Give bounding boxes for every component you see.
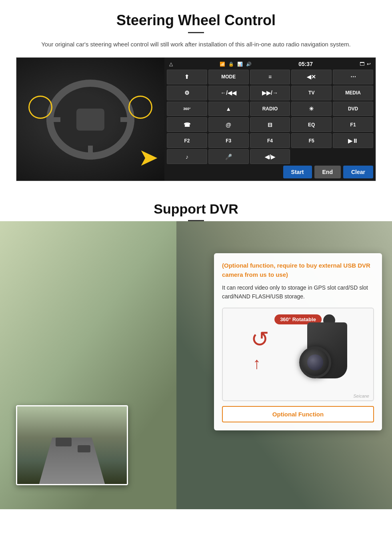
radio-btn-next[interactable]: ▶▶/→ — [250, 86, 290, 100]
radio-status-bar: △ 📶 🔒 📊 🔊 05:37 🗖 ↩ — [167, 60, 373, 68]
radio-btn-volswitch[interactable]: ◀/▶ — [250, 149, 290, 164]
sw-highlight-circle-left — [28, 96, 52, 119]
radio-ui-panel: △ 📶 🔒 📊 🔊 05:37 🗖 ↩ ⬆ MODE ≡ — [164, 58, 376, 181]
end-button[interactable]: End — [314, 166, 341, 178]
status-right-icons: 🗖 ↩ — [360, 61, 371, 67]
radio-btn-f2[interactable]: F2 — [167, 133, 207, 148]
window-icon: 🗖 — [360, 61, 364, 67]
back-icon: ↩ — [367, 61, 371, 67]
camera-lens-inner — [307, 354, 323, 370]
home-icon: △ — [169, 61, 173, 67]
optional-function-button[interactable]: Optional Function — [222, 406, 374, 422]
support-dvr-section: Support DVR (Optional function, require … — [0, 189, 392, 509]
radio-btn-f3[interactable]: F3 — [208, 133, 249, 148]
sw-wheel-center — [76, 109, 104, 131]
radio-btn-menu[interactable]: ≡ — [250, 70, 290, 84]
radio-action-buttons: Start End Clear — [167, 166, 373, 178]
radio-btn-eq[interactable]: EQ — [291, 117, 332, 132]
section1-divider — [188, 32, 204, 33]
camera-display-box: 360° Rotatable ↻ ↑ Seicane — [222, 308, 374, 401]
radio-btn-f5[interactable]: F5 — [291, 133, 332, 148]
wifi-icon: 📶 — [220, 62, 225, 67]
radio-btn-settings[interactable]: ⚙ — [167, 86, 207, 100]
sw-spoke-bottom — [88, 146, 93, 160]
camera-visual: ↻ ↑ — [229, 314, 367, 394]
lock-icon: 🔒 — [228, 62, 234, 67]
radio-btn-eject[interactable]: ▲ — [208, 102, 249, 116]
sw-spoke-right — [120, 117, 134, 122]
section1-description: Your original car's steering wheel contr… — [32, 40, 360, 49]
radio-btn-mute[interactable]: ◀✕ — [291, 70, 332, 84]
camera-lens — [299, 346, 331, 378]
status-center-icons: 📶 🔒 📊 🔊 — [220, 62, 252, 67]
radio-btn-f4[interactable]: F4 — [250, 133, 290, 148]
steering-wheel-image: ➤ — [16, 58, 164, 181]
radio-btn-phone[interactable]: ☎ — [167, 117, 207, 132]
dvr-info-card: (Optional function, require to buy exter… — [214, 253, 382, 430]
signal-icon: 📊 — [237, 62, 243, 67]
radio-btn-apps[interactable]: ⋯ — [333, 70, 373, 84]
volume-icon: 🔊 — [246, 62, 252, 67]
radio-button-grid: ⬆ MODE ≡ ◀✕ ⋯ ⚙ ←/◀◀ ▶▶/→ TV MEDIA 360° … — [167, 70, 373, 164]
radio-btn-radio[interactable]: RADIO — [250, 102, 290, 116]
sw-arrow-icon: ➤ — [138, 146, 158, 170]
radio-btn-prev[interactable]: ←/◀◀ — [208, 86, 249, 100]
radio-btn-360[interactable]: 360° — [167, 102, 207, 116]
sw-spoke-left — [46, 117, 60, 122]
radio-btn-music[interactable]: ♪ — [167, 149, 207, 164]
radio-btn-web[interactable]: @ — [208, 117, 249, 132]
thumb-road — [39, 438, 105, 484]
dvr-thumbnail — [16, 405, 128, 485]
radio-btn-media[interactable]: MEDIA — [333, 86, 373, 100]
radio-btn-brightness[interactable]: ☀ — [291, 102, 332, 116]
radio-btn-tv[interactable]: TV — [291, 86, 332, 100]
clear-button[interactable]: Clear — [343, 166, 373, 178]
sw-wheel — [42, 76, 138, 164]
section1-title: Steering Wheel Control — [16, 12, 376, 29]
section2-title: Support DVR — [0, 201, 392, 217]
radio-btn-playpause[interactable]: ▶⏸ — [333, 133, 373, 148]
start-button[interactable]: Start — [283, 166, 312, 178]
dvr-description: It can record video only to storage in G… — [222, 283, 374, 301]
radio-btn-mic[interactable]: 🎤 — [208, 149, 249, 164]
radio-btn-mode[interactable]: MODE — [208, 70, 249, 84]
rotation-arrow-down: ↑ — [253, 354, 261, 372]
radio-btn-screen[interactable]: ⊟ — [250, 117, 290, 132]
status-left-icons: △ — [169, 61, 173, 67]
optional-heading: (Optional function, require to buy exter… — [222, 261, 374, 279]
radio-btn-dvd[interactable]: DVD — [333, 102, 373, 116]
steering-wheel-container: ➤ △ 📶 🔒 📊 🔊 05:37 🗖 ↩ — [16, 57, 376, 181]
seicane-watermark: Seicane — [353, 394, 369, 398]
dvr-thumb-image — [17, 406, 127, 484]
dvr-main-area: (Optional function, require to buy exter… — [0, 221, 392, 509]
thumb-car2 — [78, 445, 90, 452]
sw-highlight-circle-right — [128, 96, 152, 119]
steering-wheel-section: Steering Wheel Control Your original car… — [0, 0, 392, 189]
rotation-arrow-up: ↻ — [251, 326, 269, 352]
radio-btn-f1[interactable]: F1 — [333, 117, 373, 132]
thumb-car1 — [56, 438, 72, 446]
status-time: 05:37 — [298, 61, 313, 67]
radio-btn-navigate[interactable]: ⬆ — [167, 70, 207, 84]
